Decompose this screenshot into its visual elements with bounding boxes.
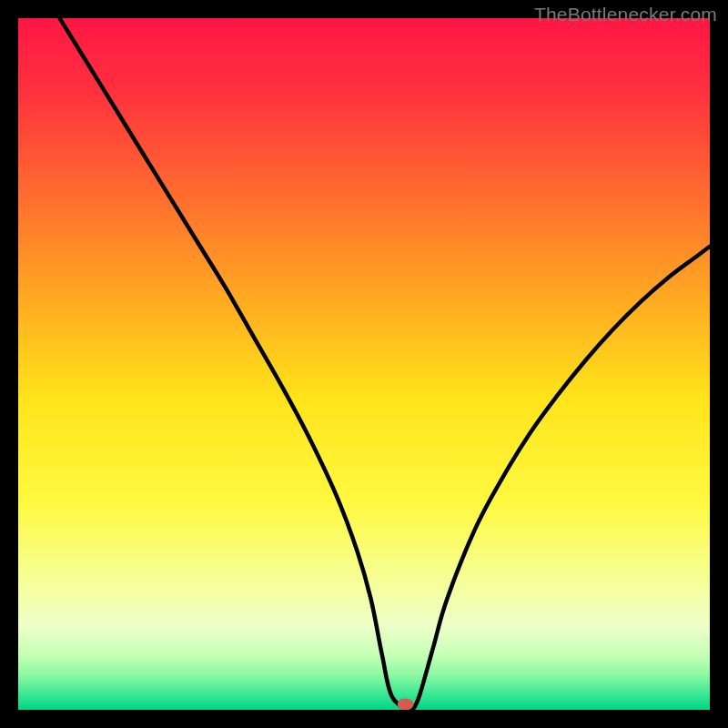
bottleneck-chart: TheBottlenecker.com — [0, 0, 728, 728]
highlight-marker — [398, 698, 414, 710]
chart-svg — [18, 18, 710, 710]
plot-area — [18, 18, 710, 710]
watermark-text: TheBottlenecker.com — [534, 4, 717, 25]
